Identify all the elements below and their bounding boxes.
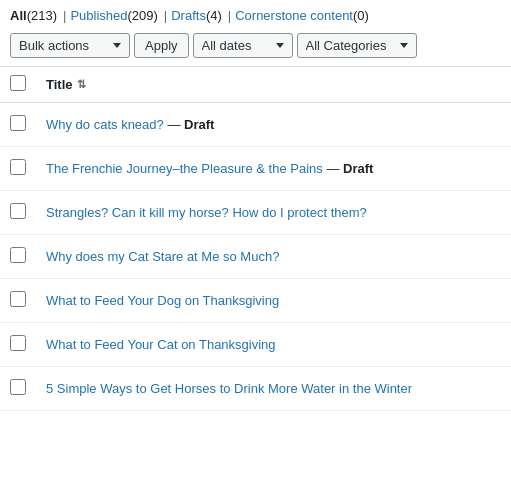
sort-icon[interactable] [77,78,86,91]
post-title-link-4[interactable]: Why does my Cat Stare at Me so Much? [46,249,279,264]
separator-2: | [164,8,167,23]
filter-drafts-link[interactable]: Drafts [171,8,206,23]
table-row: What to Feed Your Cat on Thanksgiving [0,323,511,367]
row-checkbox-cell-7 [0,367,36,411]
filter-links: All (213) | Published (209) | Drafts (4)… [10,8,501,23]
row-checkbox-7[interactable] [10,379,26,395]
filter-bar: All (213) | Published (209) | Drafts (4)… [0,0,511,67]
post-title-link-1[interactable]: Why do cats knead? [46,117,164,132]
row-title-cell-5: What to Feed Your Dog on Thanksgiving [36,279,511,323]
post-separator-2: — [326,161,343,176]
row-checkbox-cell-2 [0,147,36,191]
bulk-actions-dropdown[interactable]: Bulk actions [10,33,130,58]
select-all-checkbox[interactable] [10,75,26,91]
post-title-link-6[interactable]: What to Feed Your Cat on Thanksgiving [46,337,276,352]
row-checkbox-cell-3 [0,191,36,235]
post-title-2: The Frenchie Journey–the Pleasure & the … [46,161,373,176]
row-title-cell-2: The Frenchie Journey–the Pleasure & the … [36,147,511,191]
row-title-cell-4: Why does my Cat Stare at Me so Much? [36,235,511,279]
post-draft-label-2: Draft [343,161,373,176]
table-row: 5 Simple Ways to Get Horses to Drink Mor… [0,367,511,411]
dates-dropdown[interactable]: All dates [193,33,293,58]
apply-button[interactable]: Apply [134,33,189,58]
row-checkbox-4[interactable] [10,247,26,263]
row-checkbox-1[interactable] [10,115,26,131]
row-title-cell-6: What to Feed Your Cat on Thanksgiving [36,323,511,367]
table-row: What to Feed Your Dog on Thanksgiving [0,279,511,323]
drafts-count: (4) [206,8,222,23]
table-row: Why does my Cat Stare at Me so Much? [0,235,511,279]
cornerstone-count: (0) [353,8,369,23]
row-checkbox-5[interactable] [10,291,26,307]
table-header: Title [0,67,511,103]
separator-3: | [228,8,231,23]
post-separator-1: — [167,117,184,132]
row-checkbox-cell-6 [0,323,36,367]
post-title-link-2[interactable]: The Frenchie Journey–the Pleasure & the … [46,161,323,176]
post-title-1: Why do cats knead? — Draft [46,117,214,132]
post-draft-label-1: Draft [184,117,214,132]
post-title-link-3[interactable]: Strangles? Can it kill my horse? How do … [46,205,367,220]
title-column-label: Title [46,77,73,92]
separator-1: | [63,8,66,23]
row-title-cell-3: Strangles? Can it kill my horse? How do … [36,191,511,235]
post-title-link-7[interactable]: 5 Simple Ways to Get Horses to Drink Mor… [46,381,412,396]
post-title-link-5[interactable]: What to Feed Your Dog on Thanksgiving [46,293,279,308]
row-checkbox-2[interactable] [10,159,26,175]
table-row: Strangles? Can it kill my horse? How do … [0,191,511,235]
posts-table: Title Why do cats knead? — Draft [0,67,511,411]
row-checkbox-6[interactable] [10,335,26,351]
table-row: The Frenchie Journey–the Pleasure & the … [0,147,511,191]
row-checkbox-3[interactable] [10,203,26,219]
row-checkbox-cell-4 [0,235,36,279]
table-row: Why do cats knead? — Draft [0,103,511,147]
filter-all-link[interactable]: All [10,8,27,23]
row-title-cell-7: 5 Simple Ways to Get Horses to Drink Mor… [36,367,511,411]
filter-controls: Bulk actions Apply All dates All Categor… [10,33,501,58]
published-count: (209) [127,8,157,23]
filter-cornerstone-link[interactable]: Cornerstone content [235,8,353,23]
filter-published-link[interactable]: Published [70,8,127,23]
row-checkbox-cell-5 [0,279,36,323]
posts-tbody: Why do cats knead? — Draft The Frenchie … [0,103,511,411]
categories-dropdown[interactable]: All Categories [297,33,417,58]
title-column-header[interactable]: Title [36,67,511,103]
row-title-cell-1: Why do cats knead? — Draft [36,103,511,147]
row-checkbox-cell-1 [0,103,36,147]
all-count: (213) [27,8,57,23]
select-all-header [0,67,36,103]
